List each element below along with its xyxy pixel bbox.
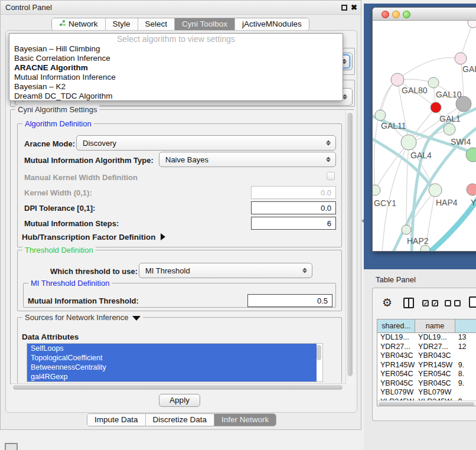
columns-icon[interactable]	[403, 298, 414, 308]
group-title: Algorithm Definition	[22, 119, 94, 128]
list-item[interactable]: BetweennessCentrality	[27, 363, 317, 372]
network-node-gal10[interactable]	[428, 77, 439, 88]
sources-group-title[interactable]: Sources for Network Inference	[22, 313, 143, 322]
table-row[interactable]: YBR043CYBR043C	[377, 351, 476, 361]
tab-cyni-toolbox[interactable]: Cyni Toolbox	[175, 18, 235, 30]
which-threshold-combo[interactable]: MI Threshold	[139, 263, 312, 278]
network-icon	[59, 18, 66, 30]
column-header[interactable]: name	[415, 319, 455, 332]
column-header[interactable]	[455, 319, 476, 332]
network-node[interactable]	[467, 184, 476, 195]
manual-kernel-label: Manual Kernel Width Definition	[24, 173, 138, 182]
panel-title: Control Panel	[5, 1, 52, 15]
export-table-icon[interactable]	[469, 296, 476, 308]
node-label: HAP2	[407, 236, 429, 246]
dropdown-item[interactable]: Bayesian – K2	[9, 82, 343, 92]
network-node-hap2[interactable]	[402, 225, 411, 234]
mi-type-combo[interactable]: Naive Bayes	[159, 152, 336, 167]
deselect-checkbox-icon[interactable]	[454, 300, 461, 306]
table-row[interactable]: YDL19...YDL19...13	[377, 333, 476, 343]
table-row[interactable]: YPR145WYPR145W9.	[377, 361, 476, 370]
dropdown-item[interactable]: Mutual Information Inference	[9, 73, 343, 82]
dropdown-item[interactable]: Basic Correlation Inference	[9, 54, 343, 63]
list-scrollbar-thumb[interactable]	[317, 345, 321, 360]
mi-threshold-label: Mutual Information Threshold:	[28, 296, 139, 305]
close-icon[interactable]: ✖	[351, 2, 357, 13]
hub-definition-toggle[interactable]: Hub/Transcription Factor Definition	[22, 233, 165, 242]
network-node-selected[interactable]	[431, 102, 441, 113]
table-row[interactable]: YER054CYER054C8.	[377, 370, 476, 379]
aracne-mode-label: Aracne Mode:	[24, 139, 75, 148]
network-node-hap4[interactable]	[429, 184, 442, 197]
scrollbar-thumb[interactable]	[347, 113, 353, 376]
mi-threshold-field[interactable]: 0.5	[247, 294, 332, 307]
network-node[interactable]	[455, 53, 467, 64]
dropdown-placeholder: Select algorithm to view settings	[9, 34, 343, 44]
network-node-gal80[interactable]	[391, 73, 404, 86]
network-node-gcy1[interactable]	[373, 185, 380, 195]
control-panel: Control Panel ✖ Network Style Select Cyn…	[0, 0, 361, 430]
settings-vertical-scrollbar[interactable]	[345, 110, 354, 384]
node-label: GCY1	[374, 198, 396, 208]
top-tabbar: Network Style Select Cyni Toolbox jActiv…	[51, 18, 309, 31]
list-item[interactable]: gal4RGexp	[27, 372, 317, 381]
group-title: MI Threshold Definition	[28, 279, 112, 288]
network-node[interactable]	[468, 21, 476, 28]
table-row[interactable]: YDR27...YDR27...12	[377, 343, 476, 352]
tab-infer-network[interactable]: Infer Network	[214, 414, 276, 426]
tab-network[interactable]: Network	[52, 18, 106, 30]
apply-button[interactable]: Apply	[159, 394, 200, 407]
mi-type-label: Mutual Information Algorithm Type:	[24, 156, 154, 165]
close-traffic-icon[interactable]	[382, 11, 389, 18]
settings-horizontal-scrollbar[interactable]	[11, 383, 345, 390]
network-node-gal11[interactable]	[375, 110, 386, 120]
deselect-checkbox-icon[interactable]	[445, 300, 451, 306]
tab-impute-data[interactable]: Impute Data	[87, 414, 146, 426]
docked-panel-icon[interactable]	[5, 443, 18, 450]
data-attributes-label: Data Attributes	[22, 332, 79, 341]
dropdown-item[interactable]: Bayesian – Hill Climbing	[9, 44, 343, 54]
tab-style[interactable]: Style	[106, 18, 138, 30]
network-window-titlebar[interactable]	[373, 8, 476, 21]
scrollbar-thumb[interactable]	[379, 402, 474, 406]
network-node-gal1[interactable]	[444, 123, 455, 135]
dropdown-item[interactable]: Dream8 DC_TDC Algorithm	[9, 92, 343, 101]
gear-icon[interactable]: ⚙	[382, 297, 392, 308]
network-window[interactable]: GAL80 GAL10 GAL11 GAL1 SWI4 GAL4 GCY1 HA…	[372, 7, 476, 252]
group-title: Threshold Definition	[22, 246, 96, 255]
table-panel: Table Panel ⚙ ✓ ✓ shared... name YDL19..…	[364, 269, 476, 450]
manual-kernel-checkbox[interactable]	[327, 172, 335, 180]
aracne-mode-combo[interactable]: Discovery	[76, 135, 336, 151]
node-table: shared... name YDL19...YDL19...13 YDR27.…	[377, 319, 476, 406]
table-panel-title: Table Panel	[376, 275, 416, 284]
data-attributes-list[interactable]: SelfLoops TopologicalCoefficient Between…	[27, 343, 323, 382]
column-header[interactable]: shared...	[377, 319, 415, 332]
mi-steps-field[interactable]: 6	[251, 217, 336, 230]
select-all-checkbox-icon[interactable]: ✓	[422, 300, 429, 306]
kernel-width-field[interactable]: 0.0	[251, 186, 336, 199]
minimize-traffic-icon[interactable]	[392, 11, 400, 18]
list-item[interactable]: TopologicalCoefficient	[27, 353, 317, 363]
list-item[interactable]: SelfLoops	[27, 344, 317, 353]
scrollbar-thumb[interactable]	[13, 385, 343, 390]
dpi-tolerance-label: DPI Tolerance [0,1]:	[24, 204, 95, 213]
table-panel-body: ⚙ ✓ ✓ shared... name YDL19...YDL19...13 …	[372, 288, 476, 421]
zoom-traffic-icon[interactable]	[403, 11, 410, 18]
tab-jactivemnodules[interactable]: jActiveMNodules	[235, 18, 309, 30]
group-title: Cyni Algorithm Settings	[15, 105, 99, 114]
select-all-checkbox-icon[interactable]: ✓	[432, 300, 438, 306]
network-canvas[interactable]: GAL80 GAL10 GAL11 GAL1 SWI4 GAL4 GCY1 HA…	[373, 21, 476, 252]
table-horizontal-scrollbar[interactable]	[377, 400, 476, 406]
tab-discretize-data[interactable]: Discretize Data	[146, 414, 215, 426]
dropdown-item-aracne[interactable]: ARACNE Algorithm	[9, 63, 343, 73]
network-node[interactable]	[420, 245, 430, 252]
table-row[interactable]: YBL079WYBL079W	[377, 388, 476, 397]
tab-select[interactable]: Select	[138, 18, 175, 30]
float-window-icon[interactable]	[341, 5, 347, 11]
node-label: GAL4	[410, 151, 432, 160]
node-label: GAL11	[381, 121, 406, 131]
table-row[interactable]: YBR045CYBR045C9.	[377, 379, 476, 389]
expanded-arrow-icon	[132, 316, 141, 321]
dpi-tolerance-field[interactable]: 0.0	[251, 201, 336, 214]
network-node-gal4[interactable]	[401, 135, 416, 150]
